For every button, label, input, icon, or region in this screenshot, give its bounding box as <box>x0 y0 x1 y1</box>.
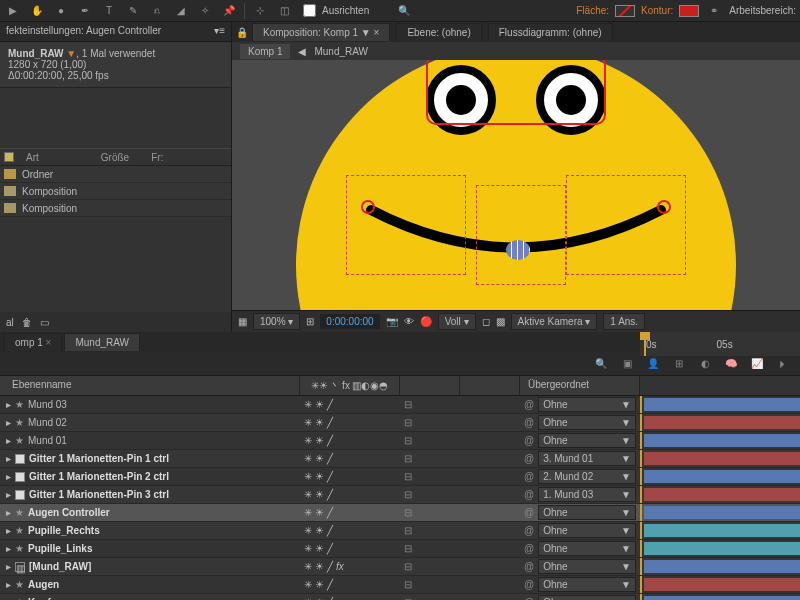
render-icon[interactable]: ⏵ <box>774 355 792 373</box>
pickwhip-icon[interactable]: @ <box>524 507 534 518</box>
layer-row[interactable]: ▸ ★ Mund 02✳ ☀ ╱⊟@Ohne▼ <box>0 414 800 432</box>
collapse-switch[interactable]: ☀ <box>315 579 324 590</box>
layer-row[interactable]: ▸ ★ Pupille_Rechts✳ ☀ ╱⊟@Ohne▼ <box>0 522 800 540</box>
pickwhip-icon[interactable]: @ <box>524 453 534 464</box>
layer-bar[interactable] <box>644 524 800 537</box>
layer-row[interactable]: ▸ ★ Mund 01✳ ☀ ╱⊟@Ohne▼ <box>0 432 800 450</box>
layer-bar[interactable] <box>644 434 800 447</box>
parent-dropdown[interactable]: Ohne▼ <box>538 541 636 556</box>
parent-dropdown[interactable]: 2. Mund 02▼ <box>538 469 636 484</box>
quality-switch[interactable]: ╱ <box>327 417 333 428</box>
label-column-icon[interactable] <box>4 152 14 162</box>
shy-icon[interactable]: 👤 <box>644 355 662 373</box>
tab-composition[interactable]: Komposition: Komp 1 ▼ × <box>252 23 390 41</box>
layer-row[interactable]: ▸ Gitter 1 Marionetten-Pin 3 ctrl✳ ☀ ╱⊟@… <box>0 486 800 504</box>
pickwhip-icon[interactable]: @ <box>524 543 534 554</box>
motion-blur-icon[interactable]: ◐ <box>696 355 714 373</box>
roto-tool-icon[interactable]: ✧ <box>196 2 214 20</box>
layer-row[interactable]: ▸ ★ Augen Controller✳ ☀ ╱⊟@Ohne▼ <box>0 504 800 522</box>
layer-bar[interactable] <box>644 596 800 600</box>
project-row-comp[interactable]: Komposition <box>0 200 231 217</box>
project-row-folder[interactable]: Ordner <box>0 166 231 183</box>
hand-tool-icon[interactable]: ✋ <box>28 2 46 20</box>
parent-dropdown[interactable]: Ohne▼ <box>538 433 636 448</box>
close-tab-icon[interactable]: × <box>374 27 380 38</box>
resolution-dropdown[interactable]: Voll ▾ <box>438 313 476 330</box>
parent-dropdown[interactable]: Ohne▼ <box>538 559 636 574</box>
parent-dropdown[interactable]: Ohne▼ <box>538 577 636 592</box>
layer-bar[interactable] <box>644 398 800 411</box>
channel-icon[interactable]: 🔴 <box>420 316 432 327</box>
pickwhip-icon[interactable]: @ <box>524 561 534 572</box>
shy-switch[interactable]: ✳ <box>304 525 312 536</box>
shy-switch[interactable]: ✳ <box>304 471 312 482</box>
search-input-icon[interactable]: 🔍 <box>592 355 610 373</box>
collapse-switch[interactable]: ☀ <box>315 417 324 428</box>
stroke-swatch[interactable] <box>679 5 699 17</box>
quality-switch[interactable]: ╱ <box>327 543 333 554</box>
parent-dropdown[interactable]: Ohne▼ <box>538 415 636 430</box>
col-type[interactable]: Art <box>26 152 39 163</box>
layer-bar[interactable] <box>644 506 800 519</box>
layer-bar[interactable] <box>644 560 800 573</box>
collapse-switch[interactable]: ☀ <box>315 435 324 446</box>
brain-icon[interactable]: 🧠 <box>722 355 740 373</box>
snap-icon[interactable]: ◫ <box>275 2 293 20</box>
shy-switch[interactable]: ✳ <box>304 489 312 500</box>
playhead[interactable] <box>644 332 646 356</box>
grid-icon[interactable]: ▦ <box>238 316 247 327</box>
comp-mini-icon[interactable]: ▣ <box>618 355 636 373</box>
layer-row[interactable]: ▸ ★ Kopf✳ ☀ ╱⊟@Ohne▼ <box>0 594 800 600</box>
quality-switch[interactable]: ╱ <box>327 489 333 500</box>
show-snapshot-icon[interactable]: 👁 <box>404 316 414 327</box>
stamp-tool-icon[interactable]: ⎌ <box>148 2 166 20</box>
collapse-switch[interactable]: ☀ <box>315 561 324 572</box>
bpc-icon[interactable]: ▭ <box>40 317 49 328</box>
shy-switch[interactable]: ✳ <box>304 507 312 518</box>
quality-switch[interactable]: ╱ <box>327 471 333 482</box>
camera-dropdown[interactable]: Aktive Kamera ▾ <box>511 313 598 330</box>
pen-tool-icon[interactable]: ✒ <box>76 2 94 20</box>
brush-tool-icon[interactable]: ✎ <box>124 2 142 20</box>
graph-icon[interactable]: 📈 <box>748 355 766 373</box>
roi-icon[interactable]: ◻ <box>482 316 490 327</box>
puppet-pin[interactable] <box>657 200 671 214</box>
layer-row[interactable]: ▸ Gitter 1 Marionetten-Pin 1 ctrl✳ ☀ ╱⊟@… <box>0 450 800 468</box>
trash-icon[interactable]: 🗑 <box>22 317 32 328</box>
zoom-dropdown[interactable]: 100% ▾ <box>253 313 300 330</box>
collapse-switch[interactable]: ☀ <box>315 525 324 536</box>
collapse-switch[interactable]: ☀ <box>315 399 324 410</box>
quality-switch[interactable]: ╱ <box>327 453 333 464</box>
shape-tool-icon[interactable]: ● <box>52 2 70 20</box>
timeline-tab-mund[interactable]: Mund_RAW <box>64 333 140 351</box>
layer-row[interactable]: ▸ ★ Pupille_Links✳ ☀ ╱⊟@Ohne▼ <box>0 540 800 558</box>
pickwhip-icon[interactable]: @ <box>524 525 534 536</box>
parent-dropdown[interactable]: 1. Mund 03▼ <box>538 487 636 502</box>
quality-switch[interactable]: ╱ <box>327 435 333 446</box>
layer-row[interactable]: ▸ ▥ [Mund_RAW]✳ ☀ ╱ fx⊟@Ohne▼ <box>0 558 800 576</box>
shy-switch[interactable]: ✳ <box>304 561 312 572</box>
collapse-switch[interactable]: ☀ <box>315 471 324 482</box>
frame-blend-icon[interactable]: ⊞ <box>670 355 688 373</box>
selection-tool-icon[interactable]: ▶ <box>4 2 22 20</box>
project-row-comp[interactable]: Komposition <box>0 183 231 200</box>
col-fr[interactable]: Fr: <box>151 152 163 163</box>
shy-switch[interactable]: ✳ <box>304 417 312 428</box>
selection-box[interactable] <box>566 175 686 275</box>
fill-swatch[interactable] <box>615 5 635 17</box>
puppet-pin-center[interactable] <box>506 240 530 260</box>
shy-switch[interactable]: ✳ <box>304 453 312 464</box>
composition-viewer[interactable] <box>232 60 800 310</box>
parent-dropdown[interactable]: Ohne▼ <box>538 523 636 538</box>
pickwhip-icon[interactable]: @ <box>524 579 534 590</box>
quality-switch[interactable]: ╱ <box>327 399 333 410</box>
panel-menu-icon[interactable]: ▾≡ <box>214 25 225 38</box>
timeline-tab-comp[interactable]: omp 1 × <box>4 333 62 351</box>
asset-name[interactable]: Mund_RAW <box>8 48 64 59</box>
transparency-icon[interactable]: ▩ <box>496 316 505 327</box>
pickwhip-icon[interactable]: @ <box>524 471 534 482</box>
eye-controller-outline[interactable] <box>426 60 606 125</box>
puppet-pin[interactable] <box>361 200 375 214</box>
lock-icon[interactable]: 🔒 <box>236 27 248 38</box>
layer-bar[interactable] <box>644 542 800 555</box>
